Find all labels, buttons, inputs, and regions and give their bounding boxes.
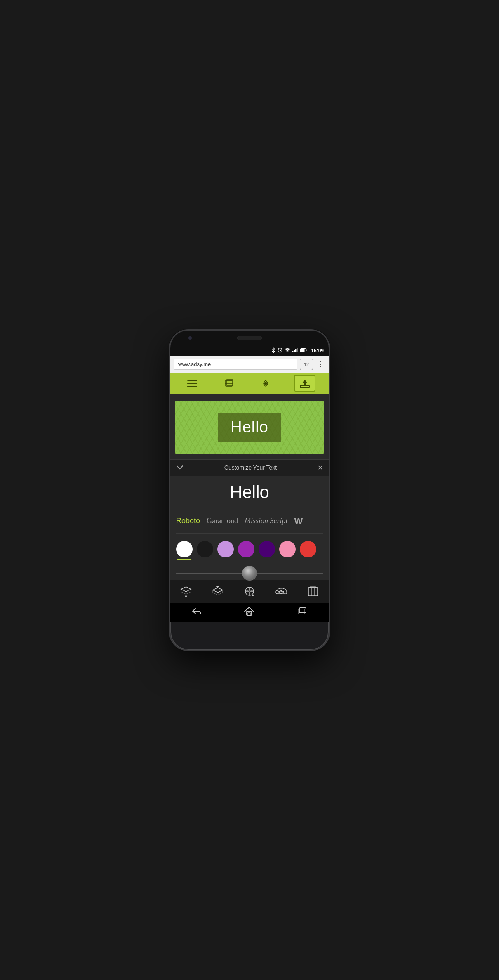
customize-title: Customize Your Text: [184, 464, 318, 471]
status-icons: [271, 347, 307, 354]
text-preview-value: Hello: [230, 482, 269, 502]
svg-line-34: [252, 595, 253, 596]
svg-rect-12: [187, 380, 197, 381]
color-swatch-purple[interactable]: [238, 541, 254, 557]
svg-line-3: [278, 348, 279, 349]
nav-home-button[interactable]: [244, 607, 254, 618]
alarm-icon: [278, 348, 282, 354]
phone-top-bar: [170, 331, 329, 345]
wifi-icon: [285, 348, 290, 353]
size-slider-track[interactable]: [176, 573, 323, 574]
svg-marker-23: [302, 380, 307, 385]
color-swatch-black[interactable]: [197, 541, 213, 557]
nav-back-button[interactable]: [191, 607, 201, 617]
collapse-chevron-icon[interactable]: [176, 464, 184, 471]
svg-point-35: [278, 591, 280, 593]
font-w[interactable]: W: [294, 516, 303, 527]
layers-button[interactable]: [221, 375, 237, 392]
nav-recents-button[interactable]: [297, 607, 308, 617]
svg-rect-8: [297, 348, 298, 352]
status-time: 16:09: [311, 348, 324, 354]
size-slider-thumb[interactable]: [242, 566, 257, 581]
svg-rect-6: [294, 350, 295, 352]
canvas-area: Hello: [170, 394, 329, 459]
svg-marker-25: [181, 589, 191, 594]
upload-button[interactable]: [294, 375, 315, 392]
signal-icon: [292, 348, 298, 353]
canvas-text: Hello: [231, 418, 268, 436]
font-roboto[interactable]: Roboto: [176, 517, 200, 525]
browser-menu-button[interactable]: ⋮: [315, 359, 325, 369]
svg-rect-46: [248, 613, 250, 615]
ai-tool-button[interactable]: [272, 582, 290, 600]
font-mission-script[interactable]: Mission Script: [245, 517, 288, 525]
tab-button[interactable]: 12: [300, 359, 313, 370]
phone-device: 16:09 www.adsy.me 12 ⋮: [169, 329, 330, 651]
svg-rect-5: [292, 351, 294, 352]
customize-panel: Customize Your Text ✕ Hello Roboto Garam…: [170, 459, 329, 580]
svg-line-4: [281, 348, 282, 349]
svg-rect-45: [247, 611, 252, 615]
divider-1: [176, 509, 323, 509]
tab-count: 12: [304, 362, 309, 367]
svg-rect-7: [295, 349, 297, 352]
divider-3: [176, 565, 323, 565]
layers-tool-button[interactable]: [177, 582, 195, 600]
add-layer-tool-button[interactable]: [209, 582, 227, 600]
camera-dot: [188, 336, 192, 340]
bottom-toolbar: [170, 580, 329, 603]
hamburger-menu-button[interactable]: [184, 375, 200, 392]
svg-point-38: [280, 593, 282, 594]
url-bar[interactable]: www.adsy.me: [174, 359, 297, 370]
color-swatch-red[interactable]: [300, 541, 316, 557]
status-bar: 16:09: [170, 345, 329, 356]
app-toolbar: [170, 373, 329, 394]
svg-point-36: [280, 590, 282, 592]
svg-point-20: [265, 383, 266, 383]
svg-rect-14: [187, 386, 197, 387]
svg-marker-24: [181, 587, 191, 592]
svg-point-37: [282, 591, 284, 593]
svg-rect-16: [225, 383, 233, 384]
bluetooth-icon: [271, 347, 275, 354]
svg-rect-10: [306, 349, 307, 351]
browser-bar: www.adsy.me 12 ⋮: [170, 356, 329, 373]
svg-point-19: [264, 382, 267, 385]
slider-row: [170, 569, 329, 580]
android-nav-bar: [170, 603, 329, 622]
color-swatch-dark-purple[interactable]: [259, 541, 275, 557]
font-garamond[interactable]: Garamond: [207, 517, 238, 525]
text-box[interactable]: Hello: [218, 413, 281, 442]
color-swatch-white[interactable]: [176, 541, 193, 557]
color-row: [170, 537, 329, 562]
text-preview-area: Hello: [170, 476, 329, 505]
divider-2: [176, 533, 323, 534]
eye-preview-button[interactable]: [257, 375, 274, 392]
color-swatch-pink[interactable]: [279, 541, 296, 557]
svg-rect-22: [301, 386, 309, 387]
svg-marker-29: [213, 590, 223, 595]
close-panel-button[interactable]: ✕: [318, 464, 323, 472]
customize-header: Customize Your Text ✕: [170, 459, 329, 476]
svg-rect-13: [187, 383, 197, 384]
delete-tool-button[interactable]: [304, 582, 322, 600]
battery-icon: [300, 348, 307, 353]
speaker-grill: [237, 336, 262, 340]
canvas-preview[interactable]: Hello: [175, 401, 324, 454]
effects-tool-button[interactable]: [240, 582, 259, 600]
svg-line-33: [253, 595, 254, 596]
color-swatch-light-purple[interactable]: [217, 541, 234, 557]
font-selector: Roboto Garamond Mission Script W: [170, 512, 329, 530]
svg-point-26: [185, 595, 187, 597]
svg-rect-11: [301, 349, 305, 352]
